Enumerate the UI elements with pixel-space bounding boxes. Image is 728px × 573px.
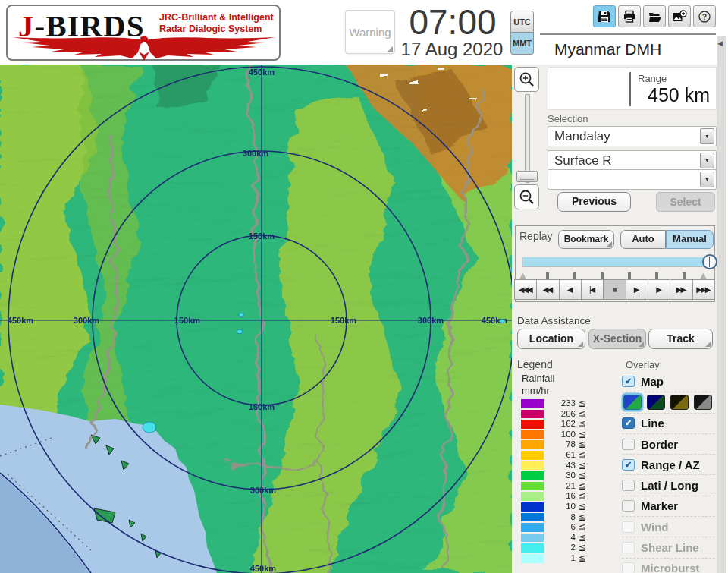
- overlay-item-shear-line: Shear Line: [622, 537, 715, 557]
- extra-dropdown[interactable]: ▼: [548, 169, 717, 190]
- radar-map-canvas: 450km300km150km150km300km450km450km300km…: [0, 65, 512, 573]
- chevron-down-icon[interactable]: ▼: [700, 128, 714, 144]
- ring-distance-label: 300km: [243, 149, 268, 158]
- legend-lte-symbol: ≦: [579, 450, 585, 460]
- ring-distance-label: 450km: [249, 68, 275, 77]
- legend-row: 162≦: [521, 419, 601, 430]
- playback-button-8[interactable]: ▶▶▶: [692, 279, 715, 300]
- ring-distance-label: 300km: [74, 316, 99, 325]
- zoom-in-icon: [519, 71, 535, 88]
- rain-echo: [237, 329, 243, 334]
- legend-row: 78≦: [521, 439, 601, 450]
- svg-text:?: ?: [702, 13, 707, 21]
- legend-value: 21: [545, 481, 576, 490]
- map-style-swatch-1[interactable]: [647, 395, 665, 410]
- playback-button-3[interactable]: |◀: [581, 279, 604, 300]
- legend-row: 8≦: [521, 512, 601, 523]
- time-slider-track[interactable]: [522, 257, 710, 267]
- chevron-down-icon[interactable]: ▼: [700, 172, 714, 187]
- legend-lte-symbol: ≦: [579, 502, 585, 512]
- header-divider: [540, 33, 716, 35]
- overlay-item-line: ✔Line: [622, 413, 715, 433]
- legend-lte-symbol: ≦: [579, 398, 585, 408]
- warning-button[interactable]: Warning: [345, 10, 395, 54]
- range-label: Range: [638, 73, 667, 84]
- playback-button-7[interactable]: ▶▶: [670, 279, 692, 300]
- map-zoom-out-button[interactable]: [514, 184, 539, 209]
- chevron-down-icon[interactable]: ▼: [700, 153, 714, 168]
- image-add-icon: [672, 10, 687, 24]
- legend-color-swatch: [521, 451, 544, 460]
- playback-button-6[interactable]: ▶: [648, 279, 670, 300]
- open-file-button[interactable]: [643, 5, 666, 27]
- overlay-label: Lati / Long: [641, 479, 698, 492]
- auto-mode-button[interactable]: Auto: [620, 230, 666, 249]
- legend-lte-symbol: ≦: [579, 471, 585, 480]
- checkbox-range-az[interactable]: ✔: [622, 459, 635, 471]
- product-dropdown[interactable]: Surface R ▼: [548, 150, 717, 171]
- playback-button-1[interactable]: ◀◀: [536, 279, 559, 300]
- map-zoom-in-button[interactable]: [514, 67, 539, 92]
- manual-mode-button[interactable]: Manual: [666, 230, 714, 249]
- checkbox-line[interactable]: ✔: [622, 417, 635, 429]
- legend-value: 61: [545, 450, 576, 459]
- legend-value: 2: [545, 543, 576, 552]
- x-section-button: X-Section: [588, 329, 646, 349]
- print-button[interactable]: [618, 5, 641, 27]
- previous-button[interactable]: Previous: [557, 192, 631, 212]
- legend-lte-symbol: ≦: [579, 522, 585, 532]
- playback-controls: ◀◀◀◀◀◀|◀■▶|▶▶▶▶▶▶: [515, 279, 715, 300]
- overlay-label: Marker: [641, 499, 678, 512]
- ring-distance-label: 450km: [250, 564, 276, 573]
- legend-color-swatch: [521, 410, 544, 419]
- playback-button-0[interactable]: ◀◀◀: [514, 279, 537, 300]
- map-zoom-slider-handle[interactable]: [516, 171, 538, 182]
- ring-distance-label: 150km: [249, 231, 275, 241]
- overlay-label: Microburst: [641, 562, 700, 573]
- legend-value: 78: [545, 439, 576, 449]
- ring-distance-label: 150km: [331, 316, 356, 325]
- legend-row: 43≦: [521, 461, 601, 471]
- map-style-swatch-3[interactable]: [694, 395, 712, 410]
- selection-label: Selection: [548, 113, 588, 124]
- checkbox-marker[interactable]: [622, 500, 635, 512]
- rain-echo: [500, 320, 504, 323]
- checkbox-border[interactable]: [622, 439, 635, 450]
- save-button[interactable]: [593, 5, 616, 27]
- panel-collapse-strip[interactable]: [717, 36, 726, 573]
- control-panel: Range 450 km Selection Mandalay ▼ Surfac…: [512, 65, 717, 573]
- legend-value: 30: [545, 471, 576, 480]
- help-icon: ?: [698, 10, 711, 24]
- ring-distance-label: 300km: [418, 316, 444, 325]
- help-button[interactable]: ?: [693, 5, 716, 27]
- select-button: Select: [656, 192, 715, 212]
- playback-button-5[interactable]: ▶|: [626, 279, 648, 300]
- legend-color-swatch: [521, 513, 544, 522]
- mmt-button[interactable]: MMT: [510, 33, 534, 55]
- map-zoom-slider-track[interactable]: [525, 94, 530, 183]
- playback-button-2[interactable]: ◀: [559, 279, 582, 300]
- legend-row: 233≦: [521, 398, 601, 409]
- capture-button[interactable]: [668, 5, 691, 27]
- time-slider-handle[interactable]: [702, 254, 717, 269]
- bookmark-button[interactable]: Bookmark: [558, 230, 614, 249]
- legend-lte-symbol: ≦: [579, 512, 585, 522]
- site-dropdown[interactable]: Mandalay ▼: [548, 126, 717, 146]
- checkbox-map[interactable]: ✔: [622, 376, 635, 387]
- range-value: 450 km: [648, 84, 710, 106]
- map-style-swatch-2[interactable]: [670, 395, 689, 410]
- overlay-label: Border: [641, 438, 678, 451]
- legend-color-swatch: [521, 523, 544, 532]
- map-style-swatch-0[interactable]: [623, 395, 642, 410]
- radar-map[interactable]: 450km300km150km150km300km450km450km300km…: [0, 65, 512, 573]
- location-button[interactable]: Location: [517, 329, 585, 349]
- legend-row: 100≦: [521, 430, 601, 440]
- zoom-out-icon: [519, 189, 535, 206]
- legend-value: 162: [545, 419, 576, 428]
- utc-button[interactable]: UTC: [510, 11, 534, 33]
- track-button[interactable]: Track: [648, 329, 713, 349]
- playback-button-4[interactable]: ■: [603, 279, 626, 300]
- checkbox-lati-long[interactable]: [622, 480, 635, 491]
- legend-color-swatch: [521, 554, 544, 563]
- legend-lte-symbol: ≦: [579, 553, 585, 563]
